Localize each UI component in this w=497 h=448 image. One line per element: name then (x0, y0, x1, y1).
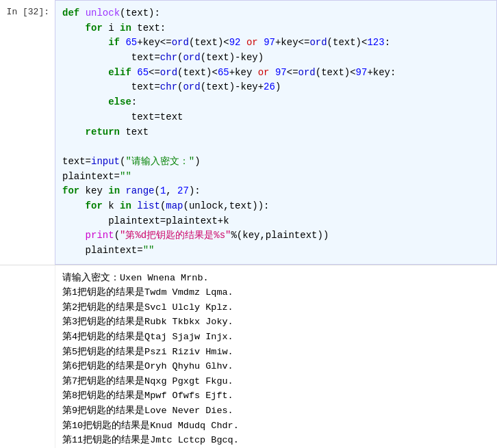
output-area: 请输入密文：Uxen Wnena Mrnb. 第1把钥匙的结果是Twdm Vmd… (55, 265, 497, 448)
output-line-12: 第11把钥匙的结果是Jmtc Lctcp Bgcq. (62, 433, 490, 448)
output-line-7: 第6把钥匙的结果是Oryh Qhyhu Glhv. (62, 359, 490, 374)
output-line-1: 请输入密文：Uxen Wnena Mrnb. (62, 271, 490, 286)
code-line-15: plaintext=plaintext+k (62, 214, 489, 229)
code-line-4: text=chr(ord(text)-key) (62, 51, 489, 66)
output-line-3: 第2把钥匙的结果是Svcl Ulcly Kplz. (62, 300, 490, 315)
code-area[interactable]: def unlock(text): for i in text: if 65+k… (55, 0, 497, 265)
code-line-12: plaintext="" (62, 170, 489, 185)
code-line-11: text=input("请输入密文：") (62, 155, 489, 170)
code-line-5: elif 65<=ord(text)<65+key or 97<=ord(tex… (62, 66, 489, 81)
output-line-11: 第10把钥匙的结果是Knud Mdudq Chdr. (62, 419, 490, 434)
code-line-1: def unlock(text): (62, 6, 489, 21)
code-line-13: for key in range(1, 27): (62, 184, 489, 199)
code-line-6: text=chr(ord(text)-key+26) (62, 80, 489, 95)
code-line-10 (62, 140, 489, 155)
output-line-4: 第3把钥匙的结果是Rubk Tkbkx Joky. (62, 315, 490, 330)
output-label (0, 265, 55, 448)
code-line-3: if 65+key<=ord(text)<92 or 97+key<=ord(t… (62, 36, 489, 51)
output-cell: 请输入密文：Uxen Wnena Mrnb. 第1把钥匙的结果是Twdm Vmd… (0, 265, 497, 448)
output-line-8: 第7把钥匙的结果是Nqxg Pgxgt Fkgu. (62, 374, 490, 389)
code-line-8: text=text (62, 110, 489, 125)
output-line-9: 第8把钥匙的结果是Mpwf Ofwfs Ejft. (62, 388, 490, 404)
code-line-9: return text (62, 125, 489, 140)
output-line-6: 第5把钥匙的结果是Pszi Riziv Hmiw. (62, 345, 490, 360)
code-line-17: plaintext="" (62, 243, 489, 259)
output-line-5: 第4把钥匙的结果是Qtaj Sjajw Injx. (62, 330, 490, 345)
code-line-2: for i in text: (62, 21, 489, 36)
cell-label: In [32]: (0, 0, 55, 265)
output-line-2: 第1把钥匙的结果是Twdm Vmdmz Lqma. (62, 285, 490, 300)
code-line-14: for k in list(map(unlock,text)): (62, 199, 489, 214)
code-line-16: print("第%d把钥匙的结果是%s"%(key,plaintext)) (62, 228, 489, 243)
output-line-10: 第9把钥匙的结果是Love Never Dies. (62, 404, 490, 419)
code-line-7: else: (62, 95, 489, 110)
code-cell: In [32]: def unlock(text): for i in text… (0, 0, 497, 265)
